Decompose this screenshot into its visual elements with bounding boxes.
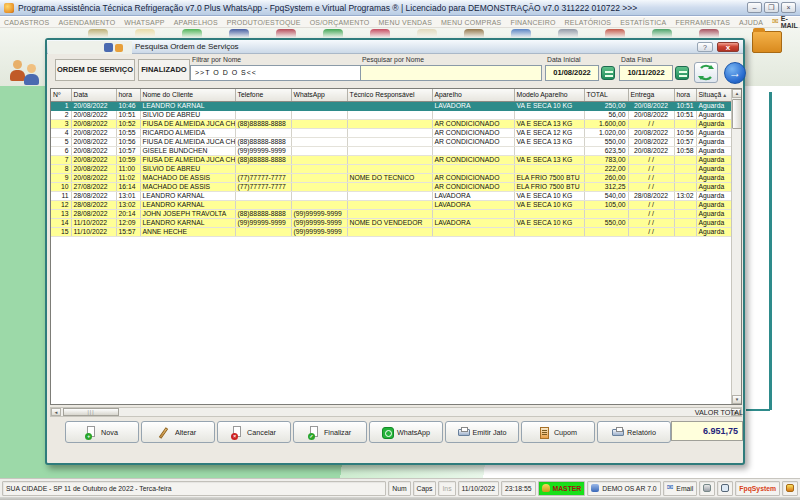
- close-button[interactable]: ×: [781, 2, 796, 13]
- grid-column-header[interactable]: TOTAL: [584, 89, 628, 101]
- grid-row[interactable]: 720/08/202210:59FIUSA DE ALMEIDA JUCA CH…: [51, 155, 736, 164]
- toolbar-icon-partial[interactable]: [135, 29, 155, 38]
- grid-cell: 10:51: [116, 110, 140, 119]
- dialog-titlebar[interactable]: Pesquisa Ordem de Serviços: [47, 40, 743, 54]
- nova-button[interactable]: +Nova: [65, 421, 139, 443]
- grid-row[interactable]: 420/08/202210:55RICARDO ALMEIDAAR CONDIC…: [51, 128, 736, 137]
- folder-icon[interactable]: [752, 31, 782, 53]
- grid-row[interactable]: 1511/10/202215:57ANNE HECHE(99)99999-999…: [51, 227, 736, 236]
- grid-row[interactable]: 1228/08/202213:02LEANDRO KARNALLAVADORAV…: [51, 200, 736, 209]
- toolbar-icon-partial[interactable]: [182, 29, 202, 38]
- grid-cell: FIUSA DE ALMEIDA JUCA CHAVES: [140, 119, 235, 128]
- minimize-button[interactable]: –: [747, 2, 762, 13]
- menu-item-email[interactable]: ✉ E-MAIL: [772, 15, 798, 29]
- date-start-field[interactable]: 01/08/2022: [545, 65, 599, 81]
- cupom-button[interactable]: Cupom: [521, 421, 595, 443]
- toolbar-icon-partial[interactable]: [605, 29, 625, 38]
- scrollbar-thumb[interactable]: |||: [63, 408, 119, 416]
- grid-column-header[interactable]: hora: [674, 89, 696, 101]
- grid-cell: [674, 164, 696, 173]
- menu-item-os-or-amento[interactable]: OS/ORÇAMENTO: [310, 19, 370, 26]
- grid-column-header[interactable]: Aparelho: [432, 89, 514, 101]
- grid-column-header[interactable]: Entrega: [628, 89, 674, 101]
- grid-row[interactable]: 820/08/202211:00SILVIO DE ABREU222,00/ /…: [51, 164, 736, 173]
- grid-cell: VA E SECA 13 KG: [514, 155, 584, 164]
- toolbar-icon-partial[interactable]: [88, 29, 108, 38]
- grid-row[interactable]: 1328/08/202220:14JOHN JOSEPH TRAVOLTA(88…: [51, 209, 736, 218]
- grid-column-header[interactable]: Nome do Cliente: [140, 89, 235, 101]
- alterar-button[interactable]: Alterar: [141, 421, 215, 443]
- grid-row[interactable]: 220/08/202210:51SILVIO DE ABREU56,0020/0…: [51, 110, 736, 119]
- menu-item-cadastros[interactable]: CADASTROS: [4, 19, 49, 26]
- grid-cell: LEANDRO KARNAL: [140, 200, 235, 209]
- menu-item-aparelhos[interactable]: APARELHOS: [174, 19, 218, 26]
- menu-item-relat-rios[interactable]: RELATÓRIOS: [565, 19, 612, 26]
- grid-column-header[interactable]: Situaçã▲: [696, 89, 736, 101]
- toolbar-icon-partial[interactable]: [276, 29, 296, 38]
- menu-item-whatsapp[interactable]: WHATSAPP: [124, 19, 164, 26]
- grid-column-header[interactable]: Técnico Responsável: [347, 89, 432, 101]
- grid-cell: 2: [51, 110, 71, 119]
- calendar-icon[interactable]: [675, 66, 689, 80]
- grid-column-header[interactable]: Data: [71, 89, 116, 101]
- toolbar-icon-partial[interactable]: [229, 29, 249, 38]
- dialog-help-button[interactable]: ?: [697, 42, 713, 52]
- toolbar-icon-partial[interactable]: [558, 29, 578, 38]
- menu-item-ajuda[interactable]: AJUDA: [739, 19, 763, 26]
- grid-row[interactable]: 520/08/202210:56FIUSA DE ALMEIDA JUCA CH…: [51, 137, 736, 146]
- grid-column-header[interactable]: hora: [116, 89, 140, 101]
- scroll-up-icon[interactable]: ▲: [732, 89, 742, 98]
- grid-row[interactable]: 620/08/202210:57GISELE BUNDCHEN(99)99999…: [51, 146, 736, 155]
- toolbar-icon-partial[interactable]: [464, 29, 484, 38]
- grid-row[interactable]: 1411/10/202212:09LEANDRO KARNAL(99)99999…: [51, 218, 736, 227]
- grid-row[interactable]: 1027/08/202216:14MACHADO DE ASSIS(77)777…: [51, 182, 736, 191]
- emitir-jato-button[interactable]: Emitir Jato: [445, 421, 519, 443]
- grid-column-header[interactable]: Telefone: [235, 89, 291, 101]
- search-input[interactable]: [360, 65, 542, 81]
- key-icon: [542, 484, 550, 492]
- refresh-button[interactable]: [694, 62, 718, 83]
- grid-row[interactable]: 120/08/202210:46LEANDRO KARNALLAVADORAVA…: [51, 101, 736, 110]
- menu-item-financeiro[interactable]: FINANCEIRO: [510, 19, 555, 26]
- toolbar-icon-partial[interactable]: [323, 29, 343, 38]
- grid-row[interactable]: 920/08/202211:02MACHADO DE ASSIS(77)7777…: [51, 173, 736, 182]
- finalizar-button[interactable]: ✓Finalizar: [293, 421, 367, 443]
- grid-cell: Aguarda: [696, 173, 736, 182]
- grid-cell: (88)88888-8888: [235, 137, 291, 146]
- grid-cell: FIUSA DE ALMEIDA JUCA CHAVES: [140, 137, 235, 146]
- grid-column-header[interactable]: Nº: [51, 89, 71, 101]
- toolbar-icon-partial[interactable]: [652, 29, 672, 38]
- scroll-left-icon[interactable]: ◄: [51, 408, 61, 416]
- grid-row[interactable]: 320/08/202210:52FIUSA DE ALMEIDA JUCA CH…: [51, 119, 736, 128]
- grid-cell: 105,00: [584, 200, 628, 209]
- grid-column-header[interactable]: WhatsApp: [291, 89, 347, 101]
- toolbar-icon-partial[interactable]: [511, 29, 531, 38]
- grid-cell: AR CONDICIONADO: [432, 128, 514, 137]
- dialog-close-button[interactable]: x: [717, 42, 739, 52]
- scrollbar-thumb[interactable]: [732, 99, 742, 129]
- menu-item-menu-compras[interactable]: MENU COMPRAS: [441, 19, 501, 26]
- grid-cell: 10:51: [674, 110, 696, 119]
- whatsapp-button[interactable]: WhatsApp: [369, 421, 443, 443]
- go-button[interactable]: →: [724, 62, 746, 84]
- toolbar-icon-partial[interactable]: [417, 29, 437, 38]
- grid-row[interactable]: 1128/08/202213:01LEANDRO KARNALLAVADORAV…: [51, 191, 736, 200]
- app-icon: [591, 484, 599, 492]
- vertical-scrollbar[interactable]: ▲ ▼: [731, 89, 741, 404]
- menu-item-agendamento[interactable]: AGENDAMENTO: [58, 19, 115, 26]
- toolbar-icon-partial[interactable]: [699, 29, 719, 38]
- scroll-down-icon[interactable]: ▼: [732, 395, 742, 404]
- calendar-icon[interactable]: [601, 66, 615, 80]
- grid-cell: [291, 164, 347, 173]
- grid-column-header[interactable]: Modelo Aparelho: [514, 89, 584, 101]
- menu-item-ferramentas[interactable]: FERRAMENTAS: [675, 19, 730, 26]
- toolbar-icon-partial[interactable]: [370, 29, 390, 38]
- cancelar-button[interactable]: ×Cancelar: [217, 421, 291, 443]
- relat-rio-button[interactable]: Relatório: [597, 421, 671, 443]
- grid-cell: 11:00: [116, 164, 140, 173]
- menu-item-estat-stica[interactable]: ESTATÍSTICA: [620, 19, 666, 26]
- menu-item-produto-estoque[interactable]: PRODUTO/ESTOQUE: [227, 19, 301, 26]
- date-end-field[interactable]: 10/11/2022: [619, 65, 673, 81]
- menu-item-menu-vendas[interactable]: MENU VENDAS: [379, 19, 433, 26]
- maximize-button[interactable]: ❒: [764, 2, 779, 13]
